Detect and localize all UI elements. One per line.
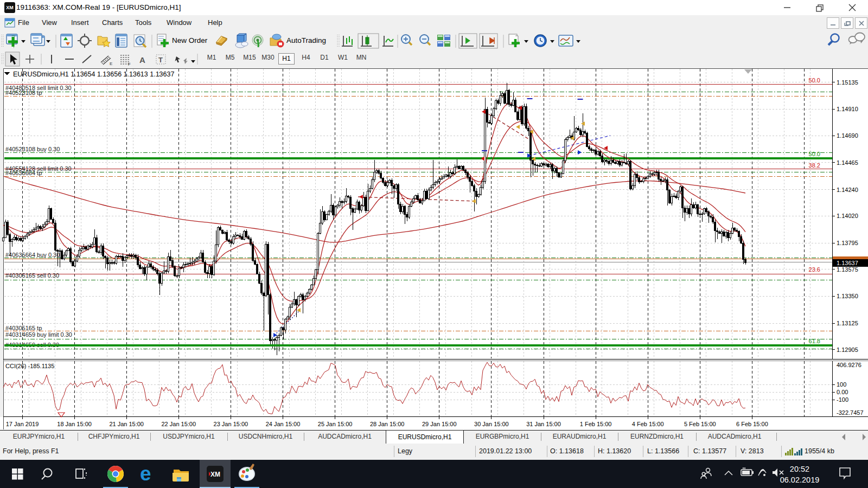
svg-text:#40523108 tp: #40523108 tp bbox=[5, 89, 42, 96]
svg-text:29 Jan 15:00: 29 Jan 15:00 bbox=[422, 421, 457, 427]
svg-text:CCI(26) -185.1135: CCI(26) -185.1135 bbox=[5, 363, 54, 369]
svg-text:17 Jan 2019: 17 Jan 2019 bbox=[6, 421, 39, 427]
svg-text:T: T bbox=[158, 56, 163, 64]
svg-text:31 Jan 15:00: 31 Jan 15:00 bbox=[526, 421, 561, 427]
svg-text:1.13795: 1.13795 bbox=[837, 240, 858, 246]
svg-text:1.15135: 1.15135 bbox=[837, 79, 858, 86]
svg-text:21 Jan 15:00: 21 Jan 15:00 bbox=[109, 421, 144, 427]
svg-text:25 Jan 15:00: 25 Jan 15:00 bbox=[318, 421, 353, 427]
svg-text:61.8: 61.8 bbox=[809, 338, 820, 344]
svg-text:1.12905: 1.12905 bbox=[837, 346, 858, 353]
svg-text:A: A bbox=[139, 55, 145, 65]
svg-text:1.14465: 1.14465 bbox=[837, 159, 858, 166]
svg-text:0.00: 0.00 bbox=[837, 389, 848, 395]
svg-text:100: 100 bbox=[837, 381, 846, 388]
svg-text:E: E bbox=[110, 61, 112, 66]
svg-text:28 Jan 15:00: 28 Jan 15:00 bbox=[370, 421, 405, 427]
svg-text:5 Feb 15:00: 5 Feb 15:00 bbox=[684, 421, 716, 427]
svg-text:#40305165 sell 0.30: #40305165 sell 0.30 bbox=[5, 272, 59, 279]
svg-text:22 Jan 15:00: 22 Jan 15:00 bbox=[161, 421, 196, 427]
svg-text:50.0: 50.0 bbox=[809, 77, 820, 84]
svg-text:38.2: 38.2 bbox=[809, 162, 820, 169]
svg-text:1.13637: 1.13637 bbox=[837, 260, 858, 266]
svg-text:-322.7457: -322.7457 bbox=[837, 409, 864, 416]
svg-text:#40635664 tp: #40635664 tp bbox=[5, 170, 42, 176]
svg-text:F: F bbox=[128, 62, 131, 67]
svg-text:1 Feb 15:00: 1 Feb 15:00 bbox=[580, 421, 612, 427]
svg-text:e: e bbox=[140, 463, 151, 485]
svg-text:50.0: 50.0 bbox=[809, 151, 820, 157]
svg-text:#40523108 buy 0.30: #40523108 buy 0.30 bbox=[5, 146, 60, 152]
svg-text:406.9276: 406.9276 bbox=[837, 362, 861, 368]
svg-text:23.6: 23.6 bbox=[809, 266, 820, 273]
svg-text:1.13350: 1.13350 bbox=[837, 293, 858, 299]
svg-text:#40635664 buy 0.30: #40635664 buy 0.30 bbox=[5, 252, 60, 258]
svg-text:1.13125: 1.13125 bbox=[837, 320, 858, 326]
svg-text:1.13575: 1.13575 bbox=[837, 266, 858, 273]
svg-text:-100: -100 bbox=[837, 396, 848, 403]
svg-text:1.14240: 1.14240 bbox=[837, 187, 858, 193]
svg-text:1.14020: 1.14020 bbox=[837, 213, 858, 219]
svg-text:6 Feb 15:00: 6 Feb 15:00 bbox=[736, 421, 768, 427]
svg-text:1.14910: 1.14910 bbox=[837, 106, 858, 112]
svg-text:EURUSDmicro,H1 1.13654 1.1365: EURUSDmicro,H1 1.13654 1.13656 1.13613 1… bbox=[13, 70, 174, 78]
svg-text:23 Jan 15:00: 23 Jan 15:00 bbox=[214, 421, 248, 427]
svg-text:#40314659 buy limit 0.30: #40314659 buy limit 0.30 bbox=[5, 331, 72, 338]
svg-text:18 Jan 15:00: 18 Jan 15:00 bbox=[57, 421, 92, 427]
svg-text:#40305165 tp: #40305165 tp bbox=[5, 325, 42, 331]
svg-text:4 Feb 15:00: 4 Feb 15:00 bbox=[632, 421, 664, 427]
svg-text:30 Jan 15:00: 30 Jan 15:00 bbox=[474, 421, 509, 427]
svg-text:1.14690: 1.14690 bbox=[837, 132, 858, 139]
svg-text:XM: XM bbox=[210, 471, 220, 478]
svg-text:24 Jan 15:00: 24 Jan 15:00 bbox=[266, 421, 301, 427]
